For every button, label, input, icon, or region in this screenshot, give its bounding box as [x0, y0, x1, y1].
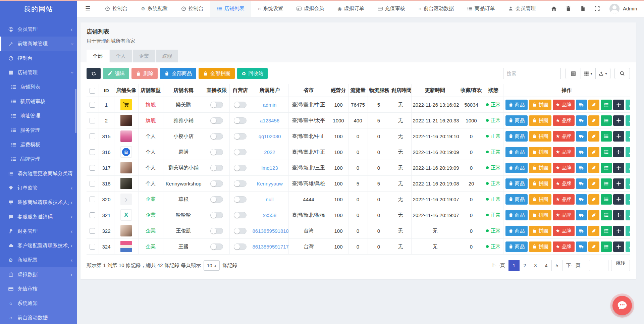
filter-tab-2[interactable]: 企業	[133, 50, 155, 62]
self-operated-toggle[interactable]	[234, 228, 247, 234]
action-leaf-button[interactable]	[588, 210, 599, 220]
action-star-button[interactable]: ★品牌	[553, 226, 575, 236]
filter-tab-3[interactable]: 旗舰	[156, 50, 178, 62]
action-pencil-button[interactable]	[626, 226, 630, 236]
action-bag-button[interactable]: 商品	[505, 100, 528, 110]
search-button[interactable]	[614, 68, 630, 79]
self-operated-toggle[interactable]	[234, 212, 247, 218]
page-size-select[interactable]: 10▴	[204, 260, 220, 271]
action-listol-button[interactable]	[601, 241, 612, 252]
action-pencil-button[interactable]	[626, 241, 630, 252]
action-move-button[interactable]	[613, 100, 624, 110]
live-permission-toggle[interactable]	[210, 180, 223, 187]
live-permission-toggle[interactable]	[210, 165, 223, 171]
action-truck-button[interactable]	[576, 131, 587, 142]
sidebar-item[interactable]: 财务管理‹	[0, 224, 77, 238]
action-leaf-button[interactable]	[588, 226, 599, 236]
fullscreen-icon[interactable]	[594, 6, 600, 11]
owner-user-link[interactable]: 8613859591717	[253, 244, 289, 250]
action-bag-button[interactable]: 拼團	[529, 163, 551, 173]
action-leaf-button[interactable]	[588, 131, 599, 142]
sidebar-item[interactable]: 店铺管理‹	[0, 65, 77, 80]
owner-user-link[interactable]: a123456	[260, 118, 279, 123]
action-move-button[interactable]	[613, 147, 624, 157]
action-listol-button[interactable]	[601, 210, 612, 220]
detail-view-button[interactable]	[566, 68, 581, 79]
action-bag-button[interactable]: 拼團	[529, 147, 551, 157]
sidebar-scrollbar[interactable]	[75, 89, 76, 133]
nav-tab-4[interactable]: ○系统设置	[251, 0, 290, 17]
action-star-button[interactable]: ★品牌	[553, 131, 575, 142]
nav-tab-1[interactable]: ⚙系统配置	[134, 0, 174, 17]
live-permission-toggle[interactable]	[210, 212, 223, 218]
nav-tab-8[interactable]: ○前台滚动数据	[412, 0, 461, 17]
prev-page-button[interactable]: 上一頁	[487, 260, 509, 271]
sidebar-item[interactable]: 装修商城请联系技术人员‹	[0, 195, 77, 210]
user-name[interactable]: Admin	[623, 6, 637, 11]
sidebar-item[interactable]: 新店铺审核	[0, 94, 77, 109]
action-pencil-button[interactable]	[626, 100, 630, 110]
page-button-1[interactable]: 1	[508, 260, 520, 271]
sidebar-item[interactable]: 会员管理‹	[0, 22, 77, 37]
sidebar-item[interactable]: ○系统通知	[0, 296, 77, 311]
action-bag-button[interactable]: 商品	[505, 147, 528, 157]
action-bag-button[interactable]: 商品	[505, 241, 528, 252]
action-pencil-button[interactable]	[626, 147, 630, 157]
action-bag-button[interactable]: 商品	[505, 226, 528, 236]
next-page-button[interactable]: 下一頁	[562, 260, 584, 271]
action-leaf-button[interactable]	[588, 194, 599, 205]
action-bag-button[interactable]: 商品	[505, 210, 528, 220]
row-checkbox[interactable]	[90, 244, 95, 250]
nav-tab-2[interactable]: 控制台	[174, 0, 210, 17]
owner-user-link[interactable]: null	[266, 197, 273, 202]
row-checkbox[interactable]	[90, 181, 95, 186]
owner-user-link[interactable]: qq102030	[259, 133, 281, 139]
action-star-button[interactable]: ★品牌	[553, 241, 575, 252]
refresh-page-icon[interactable]	[580, 6, 586, 11]
menu-toggle-icon[interactable]: ☰	[85, 6, 90, 11]
action-pencil-button[interactable]	[626, 131, 630, 142]
action-listol-button[interactable]	[601, 226, 612, 236]
jump-page-input[interactable]	[589, 260, 608, 271]
nav-tab-6[interactable]: ◉虚拟订单	[331, 0, 371, 17]
action-star-button[interactable]: ★品牌	[553, 115, 575, 126]
page-button-2[interactable]: 2	[519, 260, 530, 271]
live-permission-toggle[interactable]	[210, 196, 223, 203]
delete-button[interactable]: 删除	[131, 68, 158, 79]
action-listol-button[interactable]	[601, 163, 612, 173]
action-bag-button[interactable]: 拼團	[529, 115, 551, 126]
owner-user-link[interactable]: 2022	[264, 149, 275, 155]
select-all-checkbox[interactable]	[90, 88, 95, 94]
sidebar-item[interactable]: 前端商城管理‹	[0, 37, 77, 51]
action-pencil-button[interactable]	[626, 178, 630, 189]
action-bag-button[interactable]: 拼團	[529, 178, 551, 189]
live-permission-toggle[interactable]	[210, 149, 223, 155]
refresh-button[interactable]	[87, 68, 101, 79]
action-bag-button[interactable]: 拼團	[529, 194, 551, 205]
self-operated-toggle[interactable]	[234, 244, 247, 250]
live-permission-toggle[interactable]	[210, 244, 223, 250]
action-move-button[interactable]	[613, 178, 624, 189]
owner-user-link[interactable]: xx558	[263, 212, 276, 218]
action-listol-button[interactable]	[601, 131, 612, 142]
recycle-bin-button[interactable]: ♻回收站	[237, 68, 268, 79]
sidebar-item[interactable]: 控制台	[0, 51, 77, 65]
live-permission-toggle[interactable]	[210, 117, 223, 124]
action-move-button[interactable]	[613, 194, 624, 205]
sidebar-item[interactable]: 充值审核	[0, 282, 77, 296]
sidebar-item[interactable]: 店铺列表	[0, 80, 77, 94]
sidebar-item[interactable]: ⚙商城配置‹	[0, 253, 77, 267]
action-truck-button[interactable]	[576, 241, 587, 252]
export-button[interactable]: ▾	[595, 68, 610, 79]
all-products-button[interactable]: 全部商品	[160, 68, 196, 79]
columns-button[interactable]: ▾	[581, 68, 595, 79]
action-move-button[interactable]	[613, 163, 624, 173]
self-operated-toggle[interactable]	[234, 149, 247, 155]
action-star-button[interactable]: ★品牌	[553, 163, 575, 173]
sidebar-item[interactable]: 订单监管‹	[0, 181, 77, 195]
action-star-button[interactable]: ★品牌	[553, 178, 575, 189]
action-bag-button[interactable]: 商品	[505, 131, 528, 142]
page-button-3[interactable]: 3	[530, 260, 541, 271]
action-listol-button[interactable]	[601, 178, 612, 189]
action-bag-button[interactable]: 商品	[505, 115, 528, 126]
